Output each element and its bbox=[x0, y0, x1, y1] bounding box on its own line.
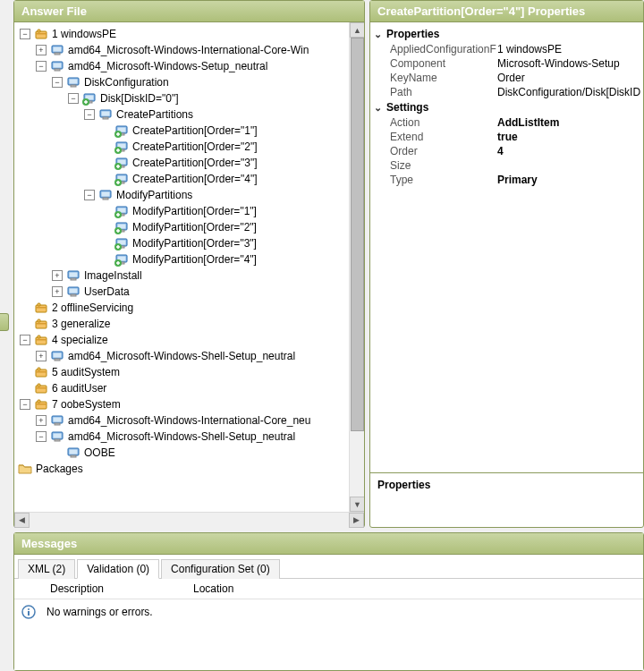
tree-intl-core2[interactable]: +amd64_Microsoft-Windows-International-C… bbox=[34, 412, 364, 429]
properties-header: CreatePartition[Order="4"] Properties bbox=[370, 1, 643, 22]
messages-tabs: XML (2) Validation (0) Configuration Set… bbox=[14, 555, 643, 579]
collapse-icon[interactable]: − bbox=[20, 29, 30, 39]
component-icon bbox=[50, 43, 64, 57]
tree-packages[interactable]: Packages bbox=[14, 461, 364, 477]
pass-icon bbox=[34, 381, 48, 395]
tree-cp3[interactable]: CreatePartition[Order="3"] bbox=[98, 155, 364, 171]
tree-container: − 1 windowsPE +amd64_Microsoft-Windows-I… bbox=[14, 22, 364, 512]
tree-specialize[interactable]: −4 specialize bbox=[18, 332, 364, 348]
chevron-down-icon: ⌄ bbox=[374, 29, 386, 40]
prop-row-order[interactable]: Order4 bbox=[370, 144, 643, 158]
component-icon bbox=[50, 59, 64, 73]
collapse-icon[interactable]: − bbox=[20, 335, 30, 345]
tree-mp2[interactable]: ModifyPartition[Order="2"] bbox=[98, 219, 364, 235]
expand-icon[interactable]: + bbox=[36, 415, 47, 426]
tree-shell-setup2[interactable]: −amd64_Microsoft-Windows-Shell-Setup_neu… bbox=[34, 429, 364, 445]
tree-image-install[interactable]: +ImageInstall bbox=[50, 268, 364, 284]
collapse-icon[interactable]: − bbox=[68, 93, 79, 104]
component-icon bbox=[66, 268, 80, 283]
scroll-up-button[interactable]: ▲ bbox=[350, 22, 364, 38]
tree-audit-user[interactable]: 6 auditUser bbox=[18, 380, 364, 396]
prop-row-action[interactable]: ActionAddListItem bbox=[370, 115, 643, 130]
tab-validation[interactable]: Validation (0) bbox=[77, 559, 159, 579]
tree-label: ImageInstall bbox=[84, 268, 142, 284]
expand-icon[interactable]: + bbox=[36, 351, 47, 361]
component-icon bbox=[50, 413, 64, 428]
tree-intl-core[interactable]: +amd64_Microsoft-Windows-International-C… bbox=[34, 42, 364, 58]
tree-cp1[interactable]: CreatePartition[Order="1"] bbox=[98, 123, 364, 139]
scroll-thumb[interactable] bbox=[351, 38, 364, 431]
scroll-down-button[interactable]: ▼ bbox=[350, 497, 364, 512]
prop-row-keyname[interactable]: KeyNameOrder bbox=[370, 71, 643, 85]
collapse-icon[interactable]: − bbox=[52, 77, 63, 88]
tree-shell-setup[interactable]: +amd64_Microsoft-Windows-Shell-Setup_neu… bbox=[34, 348, 364, 364]
tree-mp1[interactable]: ModifyPartition[Order="1"] bbox=[98, 203, 364, 219]
collapse-icon[interactable]: − bbox=[84, 190, 95, 200]
collapse-icon[interactable]: − bbox=[36, 431, 47, 442]
tree-disk0[interactable]: −Disk[DiskID="0"] bbox=[66, 90, 364, 106]
tab-xml[interactable]: XML (2) bbox=[18, 559, 75, 579]
prop-row-type[interactable]: TypePrimary bbox=[370, 173, 643, 187]
tree-setup-neutral[interactable]: −amd64_Microsoft-Windows-Setup_neutral bbox=[34, 58, 364, 74]
tree-user-data[interactable]: +UserData bbox=[50, 284, 364, 300]
component-add-icon bbox=[114, 156, 129, 170]
collapse-icon[interactable]: − bbox=[84, 109, 95, 120]
collapse-icon[interactable]: − bbox=[36, 61, 47, 72]
folder-icon bbox=[18, 462, 32, 476]
pass-icon bbox=[34, 317, 48, 331]
collapse-icon[interactable]: − bbox=[20, 399, 30, 410]
messages-panel: Messages XML (2) Validation (0) Configur… bbox=[13, 532, 644, 671]
tree-label: amd64_Microsoft-Windows-International-Co… bbox=[68, 42, 309, 58]
component-add-icon bbox=[114, 252, 129, 267]
tab-configuration-set[interactable]: Configuration Set (0) bbox=[161, 559, 280, 579]
component-icon bbox=[98, 188, 113, 202]
pass-icon bbox=[34, 333, 48, 347]
tree-label: 6 auditUser bbox=[52, 380, 106, 396]
tree-label: amd64_Microsoft-Windows-International-Co… bbox=[68, 412, 310, 429]
tree-label: 7 oobeSystem bbox=[52, 396, 121, 412]
prop-row-component[interactable]: ComponentMicrosoft-Windows-Setup bbox=[370, 56, 643, 71]
scroll-track[interactable] bbox=[30, 513, 349, 528]
scroll-right-button[interactable]: ▶ bbox=[349, 513, 364, 528]
tree-generalize[interactable]: 3 generalize bbox=[18, 316, 364, 332]
answer-file-panel: Answer File − 1 windowsPE +amd64_Microso… bbox=[13, 0, 365, 528]
properties-section[interactable]: ⌄Properties bbox=[370, 26, 643, 42]
tree-label: ModifyPartition[Order="4"] bbox=[132, 251, 257, 268]
tree-cp2[interactable]: CreatePartition[Order="2"] bbox=[98, 139, 364, 155]
tree-mp3[interactable]: ModifyPartition[Order="3"] bbox=[98, 235, 364, 251]
side-stub bbox=[0, 313, 9, 331]
tree-offline[interactable]: 2 offlineServicing bbox=[18, 300, 364, 316]
tree-mp4[interactable]: ModifyPartition[Order="4"] bbox=[98, 251, 364, 268]
tree-audit-system[interactable]: 5 auditSystem bbox=[18, 364, 364, 380]
expand-icon[interactable]: + bbox=[52, 270, 63, 281]
expand-icon[interactable]: + bbox=[36, 45, 47, 55]
tree-label: ModifyPartition[Order="2"] bbox=[132, 219, 257, 235]
tree-windowsPE[interactable]: − 1 windowsPE bbox=[18, 26, 364, 42]
messages-columns: Description Location bbox=[14, 579, 643, 599]
vertical-scrollbar[interactable]: ▲ ▼ bbox=[349, 22, 364, 512]
prop-row-path[interactable]: PathDiskConfiguration/Disk[DiskID bbox=[370, 85, 643, 99]
col-description: Description bbox=[50, 582, 193, 595]
tree-modify-partitions[interactable]: −ModifyPartitions bbox=[82, 187, 364, 203]
component-add-icon bbox=[114, 172, 129, 186]
tree-disk-config[interactable]: −DiskConfiguration bbox=[50, 74, 364, 90]
prop-row-extend[interactable]: Extendtrue bbox=[370, 130, 643, 144]
component-add-icon bbox=[114, 204, 129, 218]
tree-label: CreatePartition[Order="3"] bbox=[132, 155, 258, 171]
scroll-left-button[interactable]: ◀ bbox=[14, 513, 30, 528]
tree-label: CreatePartition[Order="1"] bbox=[132, 123, 258, 139]
expand-icon[interactable]: + bbox=[52, 286, 63, 297]
tree-oobe[interactable]: OOBE bbox=[50, 445, 364, 461]
tree-label: amd64_Microsoft-Windows-Setup_neutral bbox=[68, 58, 267, 74]
prop-row-size[interactable]: Size bbox=[370, 158, 643, 173]
settings-section[interactable]: ⌄Settings bbox=[370, 99, 643, 115]
tree-create-partitions[interactable]: −CreatePartitions bbox=[82, 106, 364, 123]
horizontal-scrollbar[interactable]: ◀ ▶ bbox=[14, 512, 364, 527]
property-grid: ⌄Properties AppliedConfigurationF1 windo… bbox=[370, 22, 643, 191]
pass-icon bbox=[34, 27, 48, 41]
tree-label: amd64_Microsoft-Windows-Shell-Setup_neut… bbox=[68, 429, 295, 445]
tree-oobe-system[interactable]: −7 oobeSystem bbox=[18, 396, 364, 412]
tree-cp4[interactable]: CreatePartition[Order="4"] bbox=[98, 171, 364, 187]
tree-label: ModifyPartitions bbox=[116, 187, 192, 203]
prop-row-applied[interactable]: AppliedConfigurationF1 windowsPE bbox=[370, 42, 643, 56]
